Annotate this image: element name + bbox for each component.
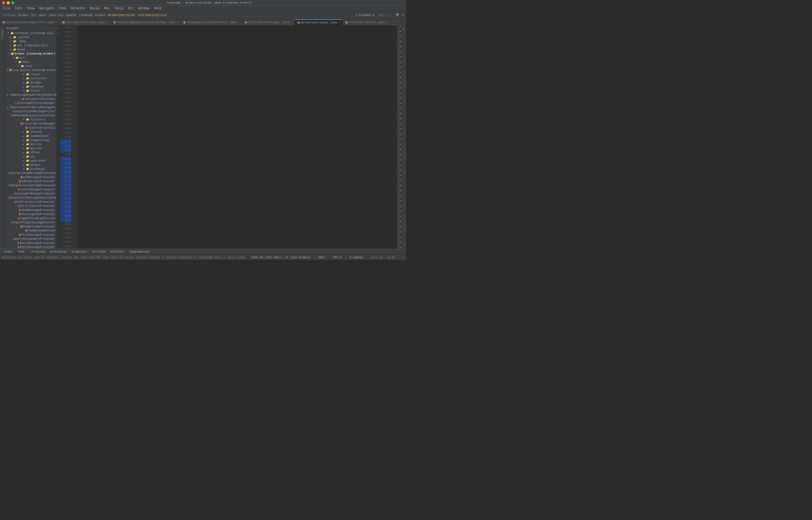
- fold-icon[interactable]: ▶: [57, 27, 60, 30]
- bottom-tab-services[interactable]: Services: [91, 250, 107, 254]
- breadcrumb-src[interactable]: src: [31, 14, 36, 17]
- menu-edit[interactable]: Edit: [13, 6, 25, 11]
- breadcrumb-apache[interactable]: apache: [66, 14, 76, 17]
- settings-icon[interactable]: ⚙: [402, 14, 404, 17]
- tree-item-mqtrace[interactable]: ▶📁mqtrace: [5, 146, 56, 151]
- menu-build[interactable]: Build: [88, 6, 101, 11]
- tree-item-org-apache-rocketmq-broker[interactable]: ▼📦org.apache.rocketmq.broker: [5, 68, 56, 72]
- bookmark-icon[interactable]: ⊞: [57, 31, 60, 34]
- tab-close-icon[interactable]: ×: [386, 21, 387, 24]
- tree-item-adminbrokerprocessor[interactable]: AdminBrokerProcessor: [5, 179, 56, 183]
- tab-close-icon[interactable]: ×: [238, 21, 239, 24]
- tree-item-out[interactable]: ▶📁out: [5, 155, 56, 159]
- tree-item-java[interactable]: ▼📁java: [5, 64, 56, 68]
- tree-item-src[interactable]: ▼📂src: [5, 56, 56, 60]
- tab-expressionmessagefilter[interactable]: ExpressionMessageFilter.java ×: [0, 19, 60, 25]
- tree-item-notificationprocessor[interactable]: NotificationProcessor: [5, 204, 56, 208]
- tree-item-replymessageprocessor[interactable]: ReplyMessageProcessor: [5, 245, 56, 249]
- bottom-tab-problems[interactable]: ⚠ Problems: [28, 250, 47, 254]
- tree-item-queryassignmentprocessor[interactable]: QueryAssignmentProcessor: [5, 237, 56, 241]
- tree-item-endtransactionprocessor[interactable]: EndTransactionProcessor: [5, 200, 56, 204]
- tree-item-commitlogdispatchercalcbitmap[interactable]: ▶CommitLogDispatcherCalcBitMap: [5, 93, 56, 97]
- tree-item-abstractsendmessageprocessor[interactable]: AbstractSendMessageProcessor: [5, 171, 56, 175]
- tree-item-popmessageprocessor[interactable]: PopMessageProcessor: [5, 225, 56, 229]
- tree-item-processor[interactable]: ▼📁processor: [5, 167, 56, 171]
- tree-item-pollinginfoprocessor[interactable]: PollingInfoProcessor: [5, 212, 56, 216]
- tree-item-popbuffermergeservice[interactable]: PopBufferMergeService: [5, 216, 56, 220]
- status-charset[interactable]: UTF-8: [333, 256, 342, 259]
- tree-item-ackmessageprocessor[interactable]: AckMessageProcessor: [5, 175, 56, 179]
- notifications-icon[interactable]: ⊞: [402, 28, 405, 29]
- tree-item-consumermanageprocessor[interactable]: ConsumerManageProcessor: [5, 191, 56, 196]
- tree-item-messageevaluationcontext[interactable]: ▶MessageEvaluationContext: [5, 113, 56, 118]
- bottom-tab-profiler[interactable]: Profiler: [109, 250, 126, 254]
- breadcrumb-broker2[interactable]: broker: [95, 14, 105, 17]
- git-branch-label[interactable]: ⬆ Unnamed ▼: [356, 14, 374, 17]
- tab-close-icon[interactable]: ×: [55, 21, 57, 24]
- tree-item-dledger[interactable]: ▶📁dledger: [5, 80, 56, 85]
- tab-close-icon[interactable]: ×: [106, 21, 108, 24]
- tab-filterservermanager[interactable]: FilterServerManager.java ×: [242, 19, 295, 25]
- tree-item-clientmanageprocessor[interactable]: ClientManageProcessor: [5, 187, 56, 191]
- tree-item-popinflightmessagecounter[interactable]: PopInflightMessageCounter: [5, 220, 56, 225]
- tree-item-consumerfilterdata[interactable]: ▶ConsumerFilterData: [5, 97, 56, 101]
- tree-item-filterserverutil[interactable]: FilterServerUtil: [5, 126, 56, 130]
- tree-item-plugin[interactable]: ▶📁plugin: [5, 163, 56, 167]
- bottom-tab-git[interactable]: ⎇ Git: [2, 250, 14, 254]
- tree-item-longpolling[interactable]: ▶📁longpolling: [5, 138, 56, 142]
- menu-view[interactable]: View: [25, 6, 37, 11]
- close-button[interactable]: [2, 1, 5, 4]
- breadcrumb-broker[interactable]: broker: [18, 14, 29, 17]
- maximize-button[interactable]: [11, 1, 15, 4]
- tree-item-broker--rocketmq-broker-[interactable]: ▼📁broker [rocketmq-broker]: [5, 52, 56, 56]
- warnings-count[interactable]: ▲ 56: [388, 256, 395, 259]
- code-editor[interactable]: [77, 26, 397, 249]
- tree-item-popreviveservice[interactable]: PopReviveService: [5, 229, 56, 233]
- tree-item-bazel[interactable]: ▶📁bazel: [5, 48, 56, 52]
- tree-item-pagecache[interactable]: ▶📁pagecache: [5, 159, 56, 163]
- tree-item-filterservermanager[interactable]: FilterServerManager: [5, 122, 56, 126]
- tab-messageevaluationcontext[interactable]: MessageEvaluationContext.java ×: [181, 19, 242, 25]
- menu-tools[interactable]: Tools: [112, 6, 126, 11]
- tab-filterserverutil[interactable]: FilterServerUtil.java ×: [343, 19, 390, 25]
- tree-item--github[interactable]: ▶📁.github: [5, 35, 56, 40]
- tree-item-filtersrv[interactable]: ▼📁filtersrv: [5, 118, 56, 122]
- tree-item-changeinvisibletimeprocessor[interactable]: ChangeInvisibleTimeProcessor: [5, 183, 56, 187]
- status-indent[interactable]: 4 spaces: [349, 256, 363, 259]
- tree-item-failover[interactable]: ▶📁failover: [5, 85, 56, 89]
- tree-item-pullmessageprocessor[interactable]: PullMessageProcessor: [5, 233, 56, 237]
- menu-help[interactable]: Help: [152, 6, 163, 11]
- tree-item-defaultpullmessageresulthandler[interactable]: DefaultPullMessageResultHandler: [5, 196, 56, 200]
- breadcrumb-rocketmq2[interactable]: rocketmq: [79, 14, 93, 17]
- tree-item-main[interactable]: ▼📁main: [5, 60, 56, 64]
- breadcrumb-brokercontroller[interactable]: BrokerController: [108, 14, 135, 17]
- bottom-tab-terminal[interactable]: ▶ Terminal: [49, 250, 68, 254]
- breadcrumb-java[interactable]: java: [49, 14, 55, 17]
- tree-item-querymessageprocessor[interactable]: QueryMessageProcessor: [5, 241, 56, 245]
- tree-item-filter[interactable]: ▼📁filter: [5, 89, 56, 93]
- minimize-button[interactable]: [7, 1, 10, 4]
- tab-close-icon[interactable]: ×: [290, 21, 292, 24]
- tree-item-acl--rocketmq-acl-[interactable]: ▶📁acl [rocketmq-acl]: [5, 44, 56, 48]
- menu-run[interactable]: Run: [102, 6, 112, 11]
- status-crlf[interactable]: CRLF: [318, 256, 325, 259]
- tab-commitlog[interactable]: CommitLogDispatcherCalcBitMap.java ×: [111, 19, 181, 25]
- tree-item-loadbalance[interactable]: ▶📁loadbalance: [5, 134, 56, 138]
- status-position[interactable]: 1546:49 (323 chars, 12 line breaks): [251, 256, 310, 259]
- breadcrumb-method[interactable]: startBasicService: [138, 14, 167, 17]
- tree-item-expressionforretrymessagefilter[interactable]: ▶ExpressionForRetryMessageFilter: [5, 105, 56, 109]
- bottom-tab-todo[interactable]: TODO: [16, 250, 26, 254]
- menu-code[interactable]: Code: [57, 6, 68, 11]
- tree-item-offset[interactable]: ▶📁offset: [5, 151, 56, 155]
- breadcrumb-org[interactable]: org: [58, 14, 63, 17]
- menu-git[interactable]: Git: [126, 6, 136, 11]
- menu-navigate[interactable]: Navigate: [37, 6, 56, 11]
- tab-brokercontroller[interactable]: BrokerController.java ×: [295, 19, 343, 25]
- menu-refactor[interactable]: Refactor: [69, 6, 88, 11]
- tree-item-consumerfiltermanager[interactable]: ▶ConsumerFilterManager: [5, 101, 56, 105]
- tree-item-peekmessageprocessor[interactable]: PeekMessageProcessor: [5, 208, 56, 212]
- tab-close-icon[interactable]: ×: [338, 21, 340, 24]
- tab-close-icon[interactable]: ×: [176, 21, 178, 24]
- menu-file[interactable]: File: [1, 6, 12, 11]
- search-icon[interactable]: 🔍: [396, 14, 400, 17]
